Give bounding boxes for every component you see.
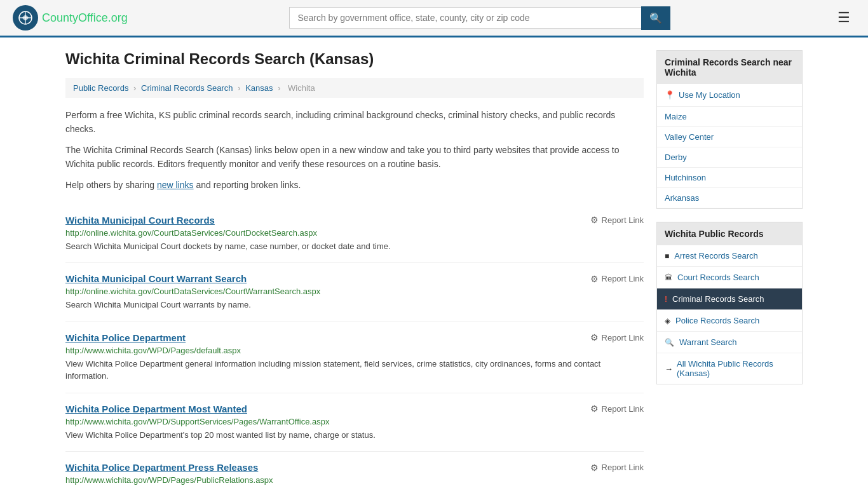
main-container: Wichita Criminal Records Search (Kansas)… (53, 37, 815, 488)
result-desc: Search Wichita Municipal Court warrants … (65, 299, 644, 311)
breadcrumb-criminal-records-search[interactable]: Criminal Records Search (141, 83, 233, 93)
nearby-link[interactable]: Valley Center (665, 132, 714, 142)
report-link[interactable]: ⚙ Report Link (590, 274, 644, 284)
sidebar-public-records-section: Wichita Public Records ■ Arrest Records … (656, 222, 803, 384)
sidebar-link-valley-center: Valley Center (657, 127, 802, 147)
search-area: 🔍 (289, 6, 670, 30)
warrant-search-link[interactable]: Warrant Search (679, 337, 737, 347)
breadcrumb: Public Records › Criminal Records Search… (65, 78, 644, 98)
result-desc: Search Wichita Municipal Court dockets b… (65, 240, 644, 253)
sidebar-nearby-section: Criminal Records Search near Wichita 📍 U… (656, 50, 803, 209)
result-title[interactable]: Wichita Police Department (65, 332, 186, 343)
sidebar-item-arrest-records[interactable]: ■ Arrest Records Search (657, 245, 802, 267)
report-link[interactable]: ⚙ Report Link (590, 403, 644, 414)
menu-button[interactable]: ☰ (832, 7, 855, 29)
nearby-link[interactable]: Arkansas (665, 193, 699, 203)
result-url[interactable]: http://www.wichita.gov/WPD/Pages/PublicR… (65, 475, 644, 485)
sidebar-link-maize: Maize (657, 107, 802, 127)
description: Perform a free Wichita, KS public crimin… (65, 108, 644, 192)
report-link[interactable]: ⚙ Report Link (590, 463, 644, 473)
report-icon: ⚙ (590, 463, 599, 473)
new-links-link[interactable]: new links (157, 180, 194, 190)
report-link[interactable]: ⚙ Report Link (590, 332, 644, 342)
desc-para1: Perform a free Wichita, KS public crimin… (65, 108, 644, 137)
result-url[interactable]: http://www.wichita.gov/WPD/Pages/default… (65, 346, 644, 355)
result-item: Wichita Police Department Most Wanted ⚙ … (65, 393, 644, 452)
header: CountyOffice.org 🔍 ☰ (0, 0, 868, 37)
arrest-icon: ■ (665, 252, 669, 261)
logo-text[interactable]: CountyOffice.org (42, 11, 128, 25)
warrant-icon: 🔍 (665, 338, 674, 347)
result-item: Wichita Municipal Court Records ⚙ Report… (65, 205, 644, 264)
criminal-icon: ! (665, 295, 667, 304)
result-title[interactable]: Wichita Municipal Court Records (65, 215, 215, 226)
search-input[interactable] (289, 7, 641, 29)
hamburger-icon: ☰ (837, 10, 850, 25)
result-item: Wichita Police Department ⚙ Report Link … (65, 322, 644, 393)
report-icon: ⚙ (590, 403, 599, 414)
result-desc: View Wichita Police Department's top 20 … (65, 429, 644, 442)
report-icon: ⚙ (590, 274, 599, 284)
breadcrumb-kansas[interactable]: Kansas (245, 83, 273, 93)
result-url[interactable]: http://online.wichita.gov/CourtDataServi… (65, 228, 644, 238)
sidebar: Criminal Records Search near Wichita 📍 U… (656, 50, 803, 488)
court-records-link[interactable]: Court Records Search (677, 273, 759, 282)
result-item: Wichita Police Department Press Releases… (65, 452, 644, 488)
result-desc: View Wichita Police Department general i… (65, 358, 644, 383)
content-area: Wichita Criminal Records Search (Kansas)… (65, 50, 644, 488)
results-list: Wichita Municipal Court Records ⚙ Report… (65, 205, 644, 488)
result-title[interactable]: Wichita Municipal Court Warrant Search (65, 273, 247, 284)
report-link[interactable]: ⚙ Report Link (590, 215, 644, 225)
logo-area: CountyOffice.org (13, 5, 128, 30)
police-icon: ◈ (665, 316, 670, 325)
sidebar-item-criminal-records[interactable]: ! Criminal Records Search (657, 288, 802, 310)
location-icon: 📍 (665, 90, 675, 100)
desc-para2: The Wichita Criminal Records Search (Kan… (65, 143, 644, 172)
court-icon: 🏛 (665, 273, 672, 282)
sidebar-public-records-title: Wichita Public Records (657, 222, 802, 245)
nearby-link[interactable]: Maize (665, 112, 687, 121)
result-url[interactable]: http://online.wichita.gov/CourtDataServi… (65, 287, 644, 296)
sidebar-link-hutchinson: Hutchinson (657, 168, 802, 188)
criminal-records-link[interactable]: Criminal Records Search (672, 294, 764, 304)
result-title[interactable]: Wichita Police Department Most Wanted (65, 403, 247, 414)
sidebar-all-records: → All Wichita Public Records (Kansas) (657, 353, 802, 384)
report-icon: ⚙ (590, 215, 599, 225)
breadcrumb-public-records[interactable]: Public Records (73, 83, 128, 93)
sidebar-link-arkansas: Arkansas (657, 188, 802, 208)
police-records-link[interactable]: Police Records Search (675, 316, 759, 325)
result-title[interactable]: Wichita Police Department Press Releases (65, 462, 258, 473)
sidebar-use-my-location[interactable]: 📍 Use My Location (657, 84, 802, 107)
sidebar-link-derby: Derby (657, 147, 802, 168)
nearby-link[interactable]: Derby (665, 152, 687, 162)
sidebar-item-warrant-search[interactable]: 🔍 Warrant Search (657, 332, 802, 353)
logo-icon (13, 5, 38, 30)
sidebar-item-court-records[interactable]: 🏛 Court Records Search (657, 267, 802, 288)
result-item: Wichita Municipal Court Warrant Search ⚙… (65, 263, 644, 322)
sidebar-item-police-records[interactable]: ◈ Police Records Search (657, 310, 802, 332)
nearby-link[interactable]: Hutchinson (665, 173, 706, 182)
breadcrumb-wichita: Wichita (288, 83, 315, 93)
sidebar-nearby-title: Criminal Records Search near Wichita (657, 51, 802, 84)
desc-para3: Help others by sharing new links and rep… (65, 178, 644, 192)
result-url[interactable]: http://www.wichita.gov/WPD/SupportServic… (65, 417, 644, 426)
search-button[interactable]: 🔍 (641, 6, 670, 30)
search-icon: 🔍 (649, 13, 662, 24)
page-title: Wichita Criminal Records Search (Kansas) (65, 50, 644, 68)
all-records-link[interactable]: All Wichita Public Records (Kansas) (677, 359, 794, 378)
arrow-icon: → (665, 364, 673, 374)
arrest-records-link[interactable]: Arrest Records Search (674, 251, 758, 261)
report-icon: ⚙ (590, 332, 599, 342)
